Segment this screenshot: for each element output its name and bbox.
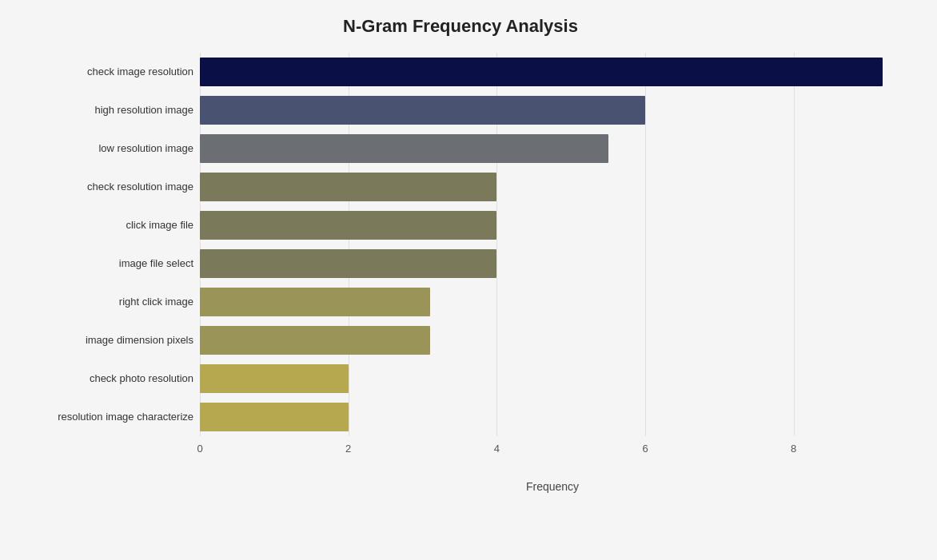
y-label: low resolution image: [98, 142, 193, 155]
bar: [200, 288, 430, 316]
x-tick: 6: [642, 443, 648, 455]
bars-wrapper: [200, 53, 905, 436]
bar-row: [200, 398, 905, 436]
bar: [200, 173, 496, 201]
bar: [200, 96, 645, 125]
x-axis: 02468: [200, 443, 905, 458]
x-tick: 8: [791, 443, 796, 455]
bar-row: [200, 283, 905, 321]
y-label: high resolution image: [94, 104, 193, 117]
bar: [200, 134, 608, 163]
x-tick: 4: [494, 443, 500, 455]
bar: [200, 364, 349, 393]
bar-row: [200, 359, 905, 398]
bars-section: check image resolutionhigh resolution im…: [16, 53, 905, 436]
y-label: check resolution image: [87, 181, 193, 193]
bar-row: [200, 206, 905, 244]
x-tick: 0: [197, 443, 202, 455]
x-axis-label: Frequency: [200, 480, 905, 493]
x-tick: 2: [345, 443, 351, 455]
bar: [200, 249, 496, 278]
bar: [200, 58, 883, 86]
y-label: image file select: [119, 257, 193, 270]
bar-row: [200, 244, 905, 283]
y-label: image dimension pixels: [86, 334, 193, 347]
bar-row: [200, 129, 905, 168]
y-label: resolution image characterize: [58, 411, 193, 423]
y-label: check photo resolution: [90, 372, 193, 385]
bar: [200, 403, 349, 431]
bar: [200, 211, 496, 240]
chart-container: N-Gram Frequency Analysis check image re…: [0, 0, 937, 560]
y-label: check image resolution: [87, 66, 193, 78]
bar-row: [200, 91, 905, 129]
y-label: click image file: [126, 219, 193, 232]
bar: [200, 326, 430, 355]
bar-row: [200, 321, 905, 359]
chart-area: check image resolutionhigh resolution im…: [16, 53, 905, 493]
chart-title: N-Gram Frequency Analysis: [16, 16, 905, 37]
bar-row: [200, 168, 905, 206]
bars-and-grid: [200, 53, 905, 436]
y-labels: check image resolutionhigh resolution im…: [16, 53, 200, 436]
y-label: right click image: [119, 296, 193, 308]
bar-row: [200, 53, 905, 91]
